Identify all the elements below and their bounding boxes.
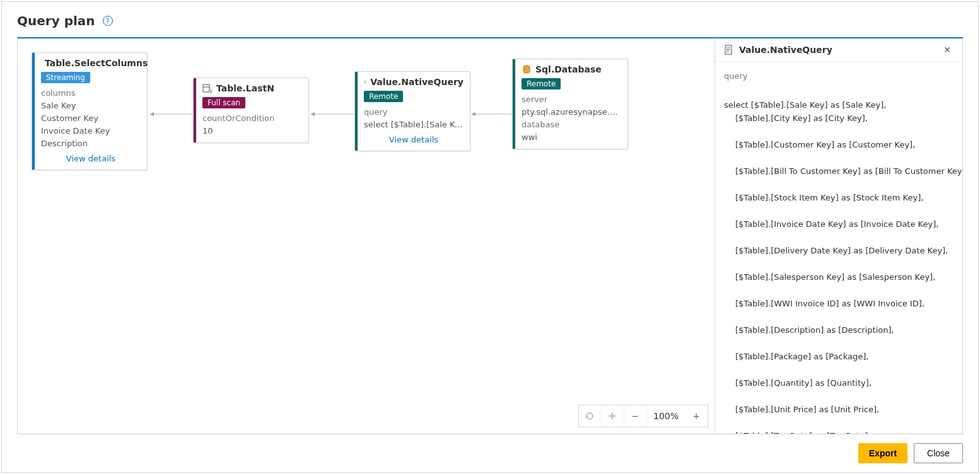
accent bbox=[355, 72, 358, 151]
query-line: [$Table].[Invoice Date Key] as [Invoice … bbox=[724, 217, 954, 231]
query-icon bbox=[724, 45, 734, 55]
panel-body: query select [$Table].[Sale Key] as [Sal… bbox=[715, 62, 962, 434]
svg-point-15 bbox=[611, 415, 614, 417]
node-table-lastn[interactable]: Table.LastN Full scan countOrCondition 1… bbox=[193, 78, 309, 143]
query-icon bbox=[364, 77, 366, 87]
query-text: select [$Table].[Sale Key] as [Sale Key]… bbox=[724, 85, 954, 434]
query-line: [$Table].[Stock Item Key] as [Stock Item… bbox=[724, 191, 954, 204]
accent bbox=[513, 59, 515, 149]
panel-title: Value.NativeQuery bbox=[739, 45, 832, 55]
help-icon[interactable]: ? bbox=[103, 16, 113, 26]
close-panel-button[interactable]: ✕ bbox=[941, 45, 954, 55]
prop-key: countOrCondition bbox=[202, 112, 302, 125]
query-line: [$Table].[Package] as [Package], bbox=[724, 350, 954, 363]
prop-value: Invoice Date Key bbox=[41, 125, 141, 137]
prop-value: 10 bbox=[202, 125, 302, 137]
view-details-link[interactable]: View details bbox=[364, 131, 464, 146]
zoom-controls: − 100% + bbox=[578, 405, 708, 427]
node-title-text: Sql.Database bbox=[535, 64, 602, 74]
view-details-link[interactable]: View details bbox=[41, 150, 141, 165]
fit-icon bbox=[607, 411, 617, 421]
query-line: [$Table].[Quantity] as [Quantity], bbox=[724, 376, 954, 390]
panel-field-label: query bbox=[724, 69, 954, 83]
badge-streaming: Streaming bbox=[41, 72, 90, 83]
details-panel: Value.NativeQuery ✕ query select [$Table… bbox=[715, 37, 963, 434]
zoom-out-button[interactable]: − bbox=[624, 405, 647, 427]
reset-icon bbox=[585, 411, 595, 421]
badge-remote: Remote bbox=[522, 78, 561, 90]
page-title: Query plan bbox=[17, 13, 95, 28]
node-title: Table.SelectColumns bbox=[41, 58, 141, 68]
node-title: Value.NativeQuery bbox=[364, 77, 464, 87]
zoom-value: 100% bbox=[647, 411, 685, 421]
diagram-canvas[interactable]: Table.SelectColumns Streaming columns Sa… bbox=[17, 37, 715, 434]
query-line: [$Table].[Customer Key] as [Customer Key… bbox=[724, 138, 954, 151]
query-line: select [$Table].[Sale Key] as [Sale Key]… bbox=[724, 100, 886, 110]
body: Table.SelectColumns Streaming columns Sa… bbox=[2, 37, 978, 434]
node-sql-database[interactable]: Sql.Database Remote server pty.sql.azure… bbox=[512, 59, 628, 149]
prop-key: query bbox=[364, 106, 464, 118]
prop-value: wwi bbox=[522, 131, 621, 144]
query-plan-dialog: Query plan ? Table. bbox=[1, 1, 979, 473]
accent bbox=[194, 78, 196, 142]
node-title-text: Value.NativeQuery bbox=[370, 77, 464, 87]
lastn-icon bbox=[202, 83, 213, 93]
query-line: [$Table].[City Key] as [City Key], bbox=[724, 112, 954, 125]
header: Query plan ? bbox=[2, 2, 978, 37]
node-table-selectcolumns[interactable]: Table.SelectColumns Streaming columns Sa… bbox=[32, 52, 148, 170]
badge-fullscan: Full scan bbox=[202, 97, 245, 108]
export-button[interactable]: Export bbox=[858, 443, 907, 463]
close-button[interactable]: Close bbox=[914, 443, 963, 463]
footer: Export Close bbox=[2, 434, 978, 472]
prop-value: select [$Table].[Sale Ke… bbox=[364, 118, 464, 131]
panel-header: Value.NativeQuery ✕ bbox=[715, 38, 962, 62]
prop-value: Customer Key bbox=[41, 112, 141, 125]
prop-key: columns bbox=[41, 87, 141, 100]
query-line: [$Table].[Salesperson Key] as [Salespers… bbox=[724, 270, 954, 284]
zoom-in-button[interactable]: + bbox=[685, 405, 708, 427]
prop-key: server bbox=[522, 93, 621, 106]
fit-view-button[interactable] bbox=[602, 405, 624, 427]
query-line: [$Table].[Description] as [Description], bbox=[724, 323, 954, 337]
node-title: Table.LastN bbox=[202, 83, 302, 93]
node-value-nativequery[interactable]: Value.NativeQuery Remote query select [$… bbox=[354, 71, 470, 151]
query-line: [$Table].[Tax Rate] as [Tax Rate], bbox=[724, 429, 954, 434]
node-title-text: Table.LastN bbox=[216, 83, 274, 93]
node-title-text: Table.SelectColumns bbox=[45, 58, 148, 68]
prop-value: Sale Key bbox=[41, 100, 141, 112]
accent bbox=[32, 53, 35, 170]
query-line: [$Table].[Unit Price] as [Unit Price], bbox=[724, 403, 954, 416]
prop-value: Description bbox=[41, 137, 141, 150]
prop-value: pty.sql.azuresynapse.net bbox=[522, 106, 621, 118]
node-title: Sql.Database bbox=[522, 64, 621, 74]
database-icon bbox=[522, 64, 532, 74]
query-line: [$Table].[Delivery Date Key] as [Deliver… bbox=[724, 244, 954, 257]
badge-remote: Remote bbox=[364, 91, 403, 102]
query-line: [$Table].[WWI Invoice ID] as [WWI Invoic… bbox=[724, 297, 954, 310]
svg-rect-8 bbox=[203, 84, 209, 92]
prop-key: database bbox=[522, 118, 621, 131]
query-line: [$Table].[Bill To Customer Key] as [Bill… bbox=[724, 165, 954, 178]
reset-view-button[interactable] bbox=[579, 405, 602, 427]
